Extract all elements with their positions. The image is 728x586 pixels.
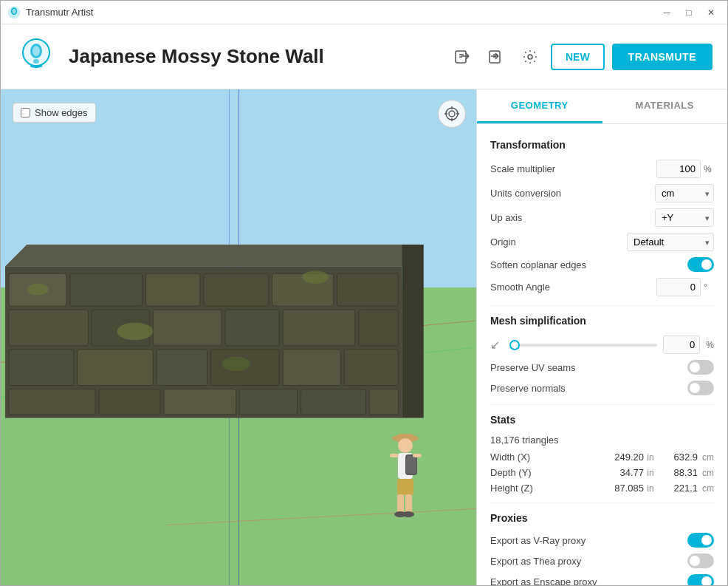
svg-rect-25 xyxy=(78,349,154,385)
maximize-button[interactable]: □ xyxy=(679,2,699,23)
viewport: Show edges xyxy=(1,89,476,585)
show-edges-control[interactable]: Show edges xyxy=(13,103,96,123)
height-cm-value: 221.1 xyxy=(657,483,698,494)
triangle-count: 18,176 triangles xyxy=(490,435,714,446)
width-cm-unit: cm xyxy=(698,452,714,463)
header-actions: NEW TRANSMUTE xyxy=(449,44,712,70)
simplification-value[interactable] xyxy=(663,335,700,354)
svg-rect-20 xyxy=(154,310,222,346)
origin-select[interactable]: DefaultCenterBottom Center xyxy=(627,233,714,251)
import-button[interactable] xyxy=(449,44,475,70)
svg-point-37 xyxy=(222,356,251,371)
simplification-track[interactable] xyxy=(511,344,657,347)
mesh-section-title: Mesh simplification xyxy=(490,315,714,327)
depth-row: Depth (Y) 34.77 in 88.31 cm xyxy=(490,467,714,478)
scale-value: % xyxy=(656,160,714,178)
svg-point-5 xyxy=(32,46,40,56)
enscape-proxy-toggle[interactable] xyxy=(687,574,714,585)
main-content: Show edges GEOMETRY MATERIALS xyxy=(1,89,727,585)
vray-proxy-slider xyxy=(687,533,714,548)
svg-rect-50 xyxy=(397,494,404,513)
height-row: Height (Z) 87.085 in 221.1 cm xyxy=(490,483,714,494)
svg-rect-32 xyxy=(164,389,236,414)
svg-rect-47 xyxy=(390,454,399,457)
proxies-section-title: Proxies xyxy=(490,512,714,524)
transmute-button[interactable]: TRANSMUTE xyxy=(612,44,712,70)
vray-proxy-row: Export as V-Ray proxy xyxy=(490,533,714,548)
svg-rect-15 xyxy=(204,273,269,306)
export-button[interactable] xyxy=(483,44,509,70)
scale-input[interactable] xyxy=(656,160,701,178)
simplification-pct: % xyxy=(706,340,714,350)
svg-point-2 xyxy=(13,9,16,14)
units-row: Units conversion cmmmminft xyxy=(490,184,714,202)
divider-2 xyxy=(490,404,714,405)
svg-rect-49 xyxy=(397,479,413,495)
smooth-row: Smooth Angle ° xyxy=(490,278,714,296)
depth-cm-unit: cm xyxy=(698,468,714,478)
svg-marker-10 xyxy=(5,245,424,266)
preserve-normals-slider xyxy=(687,381,714,395)
thea-proxy-toggle[interactable] xyxy=(687,553,714,568)
width-in-value: 249.20 xyxy=(603,452,644,463)
svg-rect-34 xyxy=(301,389,366,414)
stats-section-title: Stats xyxy=(490,414,714,426)
svg-rect-23 xyxy=(359,310,399,346)
simplification-thumb[interactable] xyxy=(509,340,520,350)
depth-in-unit: in xyxy=(644,468,657,478)
svg-point-43 xyxy=(398,438,413,453)
right-panel: GEOMETRY MATERIALS Transformation Scale … xyxy=(476,89,727,585)
new-button[interactable]: NEW xyxy=(551,44,605,70)
svg-point-55 xyxy=(446,108,458,120)
show-edges-checkbox[interactable] xyxy=(21,108,30,117)
preserve-uv-label: Preserve UV seams xyxy=(490,362,687,373)
enscape-proxy-row: Export as Enscape proxy xyxy=(490,574,714,585)
up-axis-select[interactable]: +Y-Y+Z-Z xyxy=(655,208,714,227)
units-select[interactable]: cmmmminft xyxy=(655,184,714,202)
tab-materials[interactable]: MATERIALS xyxy=(602,89,728,123)
width-row: Width (X) 249.20 in 632.9 cm xyxy=(490,452,714,463)
svg-point-39 xyxy=(303,270,329,284)
titlebar-title: Transmutr Artist xyxy=(26,7,656,18)
up-axis-label: Up axis xyxy=(490,212,655,223)
smooth-input[interactable] xyxy=(656,278,701,296)
simplification-slider-row: ↙ % xyxy=(490,335,714,354)
svg-rect-46 xyxy=(406,456,416,474)
svg-marker-40 xyxy=(402,245,424,418)
svg-rect-24 xyxy=(9,349,74,385)
app-icon xyxy=(7,5,21,20)
close-button[interactable]: ✕ xyxy=(701,2,721,23)
width-cm-value: 632.9 xyxy=(657,452,698,463)
tab-geometry[interactable]: GEOMETRY xyxy=(477,89,602,123)
divider-3 xyxy=(490,502,714,503)
svg-rect-17 xyxy=(337,273,399,306)
minimize-button[interactable]: ─ xyxy=(656,2,677,23)
camera-reset-button[interactable] xyxy=(438,100,466,128)
vray-proxy-toggle[interactable] xyxy=(687,533,714,548)
soften-toggle[interactable] xyxy=(687,257,714,272)
preserve-normals-toggle[interactable] xyxy=(687,381,714,395)
origin-label: Origin xyxy=(490,236,627,248)
preserve-uv-row: Preserve UV seams xyxy=(490,360,714,375)
thea-proxy-slider xyxy=(687,553,714,568)
svg-rect-13 xyxy=(70,273,142,306)
svg-rect-22 xyxy=(284,310,356,346)
scale-row: Scale multiplier % xyxy=(490,160,714,178)
show-edges-label: Show edges xyxy=(35,107,88,118)
thea-proxy-label: Export as Thea proxy xyxy=(490,556,687,567)
preserve-uv-toggle[interactable] xyxy=(687,360,714,375)
header: Japanese Mossy Stone Wall NEW TRANSMUTE xyxy=(1,24,727,89)
svg-rect-33 xyxy=(240,389,298,414)
height-in-unit: in xyxy=(644,483,657,494)
stone-wall-model xyxy=(5,199,424,457)
svg-rect-28 xyxy=(284,349,341,385)
svg-rect-30 xyxy=(9,389,95,414)
settings-button[interactable] xyxy=(517,44,543,70)
enscape-proxy-label: Export as Enscape proxy xyxy=(490,576,687,586)
up-axis-row: Up axis +Y-Y+Z-Z xyxy=(490,208,714,227)
titlebar: Transmutr Artist ─ □ ✕ xyxy=(1,1,727,24)
simplify-icon: ↙ xyxy=(490,338,505,352)
height-label: Height (Z) xyxy=(490,483,603,494)
geometry-panel: Transformation Scale multiplier % Units … xyxy=(477,124,727,585)
depth-cm-value: 88.31 xyxy=(657,467,698,478)
